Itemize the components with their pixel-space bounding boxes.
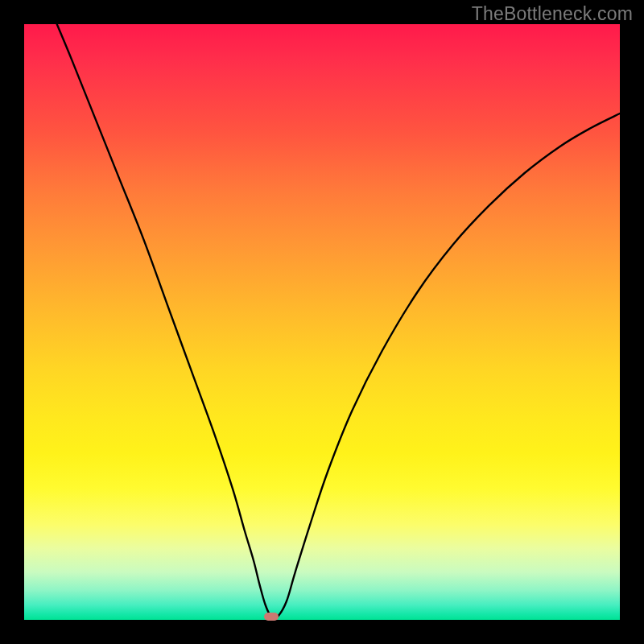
chart-frame: TheBottleneck.com xyxy=(0,0,644,644)
plot-area xyxy=(24,24,620,620)
watermark-text: TheBottleneck.com xyxy=(472,3,633,25)
bottleneck-curve xyxy=(57,24,620,619)
minimum-marker xyxy=(264,613,279,621)
curve-layer xyxy=(24,24,620,620)
